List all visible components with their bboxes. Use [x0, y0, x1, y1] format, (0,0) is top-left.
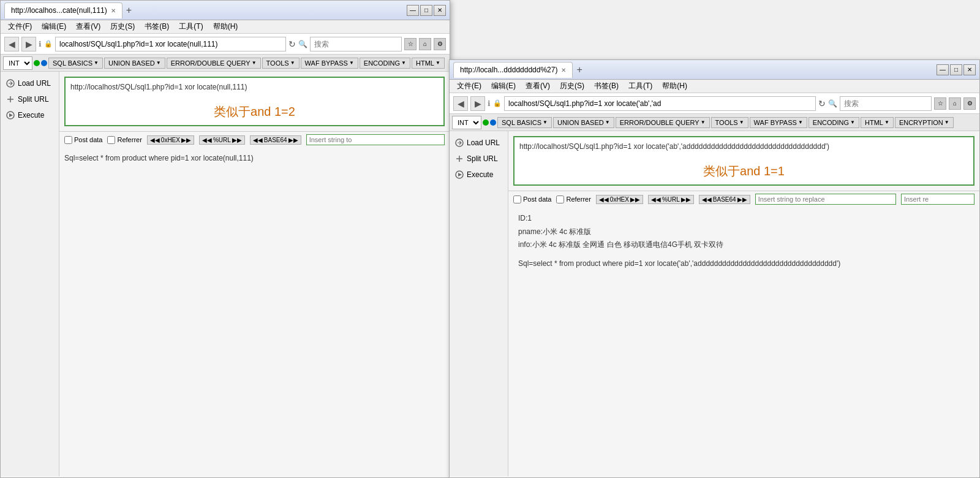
- post-data-check-2[interactable]: Post data: [513, 195, 551, 203]
- menu-view-2[interactable]: 查看(V): [521, 80, 555, 93]
- insert-string-input-1[interactable]: [306, 134, 445, 145]
- tools-menu-1[interactable]: TOOLS: [262, 58, 300, 69]
- checkbar-1: Post data Referrer ◀◀ 0xHEX ▶▶ ◀◀ %URL ▶…: [59, 131, 450, 148]
- menu-edit-1[interactable]: 编辑(E): [37, 20, 71, 33]
- html-menu-2[interactable]: HTML: [861, 117, 894, 128]
- html-menu-1[interactable]: HTML: [412, 58, 445, 69]
- post-data-label-1: Post data: [74, 136, 102, 143]
- new-tab-button-1[interactable]: +: [123, 4, 135, 17]
- union-based-menu-1[interactable]: UNION BASED: [104, 58, 165, 69]
- tools-menu-2[interactable]: TOOLS: [711, 117, 748, 128]
- referrer-checkbox-1[interactable]: [107, 136, 115, 144]
- hex-arrow-left-1: ◀◀: [150, 137, 160, 143]
- refresh-button-2[interactable]: ↻: [818, 99, 826, 108]
- load-url-label-2: Load URL: [467, 138, 500, 147]
- post-data-checkbox-1[interactable]: [64, 136, 72, 144]
- new-tab-button-2[interactable]: +: [573, 63, 586, 77]
- green-dot-2: [483, 120, 489, 126]
- address-bar-1: ◀ ▶ ℹ 🔒 ↻ 🔍 ☆ ⌂ ⚙: [1, 34, 450, 55]
- sql-basics-menu-2[interactable]: SQL BASICS: [497, 117, 552, 128]
- bookmark-icon-1[interactable]: ☆: [404, 38, 417, 50]
- forward-button-2[interactable]: ▶: [470, 96, 485, 111]
- toolbar-2: INT SQL BASICS UNION BASED ERROR/DOUBLE …: [450, 114, 979, 131]
- close-button-1[interactable]: ✕: [434, 5, 446, 16]
- post-data-checkbox-2[interactable]: [513, 195, 521, 203]
- menu-view-1[interactable]: 查看(V): [71, 20, 105, 33]
- hex-encode-btn-1[interactable]: ◀◀ 0xHEX ▶▶: [147, 135, 194, 145]
- referrer-check-2[interactable]: Referrer: [556, 195, 590, 203]
- browser-window-2: http://localh...ddddddddd%27) ✕ + — □ ✕ …: [449, 59, 980, 478]
- waf-bypass-menu-2[interactable]: WAF BYPASS: [750, 117, 807, 128]
- main-area-1: Load URL Split URL Execute http://localh…: [1, 72, 450, 476]
- post-data-check-1[interactable]: Post data: [64, 136, 102, 144]
- db-id-2: ID:1: [518, 212, 970, 226]
- union-based-menu-2[interactable]: UNION BASED: [553, 117, 614, 128]
- address-input-1[interactable]: [55, 37, 286, 51]
- home-icon-1[interactable]: ⌂: [419, 38, 431, 50]
- tab-1[interactable]: http://localhos...cate(null,111) ✕: [4, 2, 123, 18]
- content-area-2: http://localhost/SQL/sql1.php?id=1 xor l…: [508, 131, 979, 476]
- menu-tools-1[interactable]: 工具(T): [174, 20, 208, 33]
- menu-history-1[interactable]: 历史(S): [105, 20, 140, 33]
- refresh-button-1[interactable]: ↻: [288, 39, 296, 49]
- back-button-2[interactable]: ◀: [453, 96, 468, 111]
- db-info-2: info:小米 4c 标准版 全网通 白色 移动联通电信4G手机 双卡双待: [518, 238, 970, 252]
- tab-1-close[interactable]: ✕: [111, 7, 116, 14]
- injection-type-select-1[interactable]: INT: [3, 56, 32, 70]
- back-button-1[interactable]: ◀: [4, 37, 19, 51]
- referrer-label-2: Referrer: [566, 195, 590, 203]
- error-double-query-menu-1[interactable]: ERROR/DOUBLE QUERY: [167, 58, 261, 69]
- content-area-1: http://localhost/SQL/sql1.php?id=1 xor l…: [59, 72, 450, 476]
- title-bar-1: http://localhos...cate(null,111) ✕ + — □…: [1, 1, 450, 20]
- close-button-2[interactable]: ✕: [963, 64, 976, 75]
- insert-string-input-2b[interactable]: [901, 194, 974, 205]
- menu-bookmarks-2[interactable]: 书签(B): [589, 80, 624, 93]
- split-url-button-2[interactable]: Split URL: [452, 152, 505, 165]
- minimize-button-2[interactable]: —: [937, 64, 949, 75]
- search-input-2[interactable]: [840, 96, 932, 111]
- execute-button-1[interactable]: Execute: [3, 108, 56, 122]
- injection-type-select-2[interactable]: INT: [452, 116, 481, 129]
- error-double-query-menu-2[interactable]: ERROR/DOUBLE QUERY: [616, 117, 710, 128]
- url-display-text-2: http://localhost/SQL/sql1.php?id=1 xor l…: [519, 142, 968, 151]
- bookmark-icon-2[interactable]: ☆: [934, 97, 946, 110]
- menu-tools-2[interactable]: 工具(T): [624, 80, 657, 93]
- search-input-1[interactable]: [310, 37, 402, 51]
- minimize-button-1[interactable]: —: [407, 5, 419, 16]
- address-input-2[interactable]: [504, 96, 816, 111]
- sql-basics-menu-1[interactable]: SQL BASICS: [48, 58, 103, 69]
- encoding-menu-1[interactable]: ENCODING: [360, 58, 410, 69]
- menu-help-1[interactable]: 帮助(H): [208, 20, 243, 33]
- split-url-button-1[interactable]: Split URL: [3, 93, 56, 106]
- base64-label-1: BASE64: [264, 137, 287, 143]
- waf-bypass-menu-1[interactable]: WAF BYPASS: [301, 58, 358, 69]
- referrer-checkbox-2[interactable]: [556, 195, 564, 203]
- load-url-button-1[interactable]: Load URL: [3, 77, 56, 90]
- base64-encode-btn-1[interactable]: ◀◀ BASE64 ▶▶: [250, 135, 301, 145]
- maximize-button-2[interactable]: □: [950, 64, 962, 75]
- tab-2[interactable]: http://localh...ddddddddd%27) ✕: [453, 62, 573, 78]
- execute-button-2[interactable]: Execute: [452, 168, 505, 181]
- forward-button-1[interactable]: ▶: [21, 37, 36, 51]
- menu-help-2[interactable]: 帮助(H): [657, 80, 692, 93]
- hex-encode-btn-2[interactable]: ◀◀ 0xHEX ▶▶: [596, 195, 643, 204]
- menu-file-2[interactable]: 文件(E): [452, 80, 486, 93]
- tab-2-close[interactable]: ✕: [561, 67, 566, 74]
- url-encode-btn-2[interactable]: ◀◀ %URL ▶▶: [648, 195, 694, 204]
- menu-edit-2[interactable]: 编辑(E): [486, 80, 521, 93]
- maximize-button-1[interactable]: □: [420, 5, 432, 16]
- referrer-label-1: Referrer: [117, 136, 141, 143]
- encryption-menu-2[interactable]: ENCRYPTION: [895, 117, 954, 128]
- home-icon-2[interactable]: ⌂: [949, 97, 961, 110]
- referrer-check-1[interactable]: Referrer: [107, 136, 141, 144]
- base64-encode-btn-2[interactable]: ◀◀ BASE64 ▶▶: [699, 195, 750, 204]
- url-encode-btn-1[interactable]: ◀◀ %URL ▶▶: [199, 135, 245, 145]
- menu-history-2[interactable]: 历史(S): [555, 80, 589, 93]
- encoding-menu-2[interactable]: ENCODING: [809, 117, 859, 128]
- settings-icon-1[interactable]: ⚙: [434, 38, 446, 50]
- insert-string-input-2a[interactable]: [755, 194, 896, 205]
- load-url-button-2[interactable]: Load URL: [452, 136, 505, 150]
- menu-file-1[interactable]: 文件(F): [3, 20, 37, 33]
- settings-icon-2[interactable]: ⚙: [963, 97, 976, 110]
- menu-bookmarks-1[interactable]: 书签(B): [140, 20, 174, 33]
